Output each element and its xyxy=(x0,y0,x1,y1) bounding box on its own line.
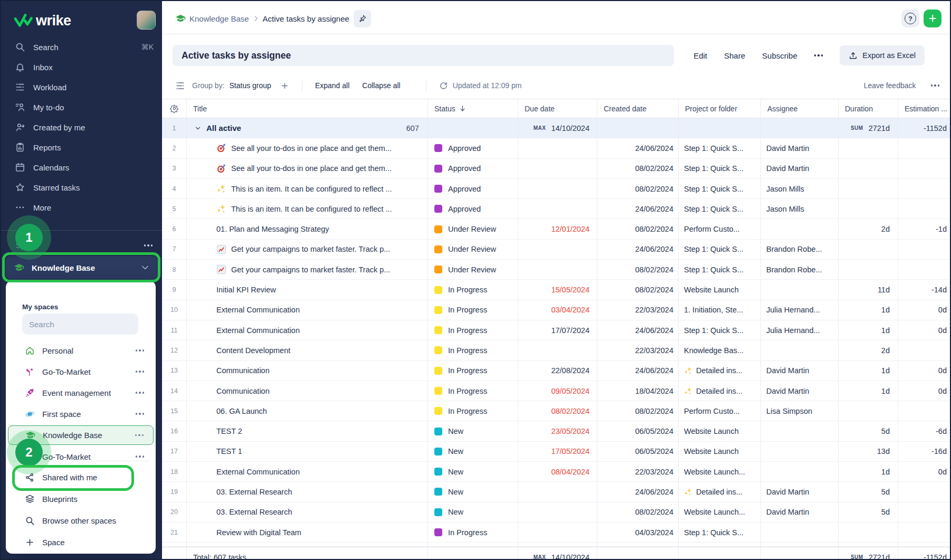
estimation-cell[interactable]: -14d xyxy=(898,280,950,299)
table-row[interactable]: 14CommunicationIn Progress09/05/202418/0… xyxy=(162,381,950,401)
due-date-cell[interactable] xyxy=(518,482,597,501)
help-button[interactable]: ? xyxy=(901,10,919,27)
project-cell[interactable]: Website Launch... xyxy=(679,502,761,522)
created-date-cell[interactable]: 06/05/2024 xyxy=(597,421,679,441)
task-title-cell[interactable]: Get your campaigns to market faster. Tra… xyxy=(187,260,428,279)
due-date-cell[interactable]: 22/08/2024 xyxy=(518,361,597,381)
table-row[interactable]: 9Initial KPI ReviewIn Progress15/05/2024… xyxy=(162,280,950,300)
popup-item-blueprints[interactable]: Blueprints xyxy=(6,488,156,510)
sidebar-item-created-by-me[interactable]: Created by me xyxy=(1,117,162,137)
due-date-cell[interactable]: 09/05/2024 xyxy=(518,381,597,401)
project-cell[interactable]: Step 1: Quick S... xyxy=(679,320,761,340)
task-status-cell[interactable]: New xyxy=(428,442,518,461)
due-date-cell[interactable]: 15/05/2024 xyxy=(518,280,597,299)
due-date-cell[interactable]: 23/05/2024 xyxy=(518,421,597,441)
gear-icon[interactable] xyxy=(170,104,179,113)
assignee-cell[interactable] xyxy=(761,280,839,299)
table-row[interactable]: 13CommunicationIn Progress22/08/202424/0… xyxy=(162,361,950,381)
due-date-cell[interactable]: 17/05/2024 xyxy=(518,442,597,461)
popup-item-space[interactable]: Space xyxy=(6,531,156,553)
project-cell[interactable]: Website Launch... xyxy=(679,462,761,481)
space-item-more-icon[interactable] xyxy=(136,455,145,458)
created-date-cell[interactable]: 22/03/2024 xyxy=(597,462,679,481)
project-cell[interactable]: Step 1: Quick S... xyxy=(679,199,761,219)
created-date-cell[interactable]: 22/03/2024 xyxy=(597,340,679,360)
estimation-cell[interactable] xyxy=(898,401,950,421)
assignee-cell[interactable]: David Martin xyxy=(761,482,839,501)
assignee-cell[interactable]: Brandon Robe... xyxy=(761,260,839,279)
task-title-cell[interactable]: This is an item. It can be configured to… xyxy=(187,199,428,219)
project-cell[interactable]: Step 1: Quick S... xyxy=(679,179,761,198)
task-status-cell[interactable]: Approved xyxy=(428,138,518,158)
assignee-cell[interactable] xyxy=(761,421,839,441)
task-title-cell[interactable]: 03. External Research xyxy=(187,502,428,522)
task-status-cell[interactable]: New xyxy=(428,482,518,501)
column-header-assignee[interactable]: Assignee xyxy=(761,99,839,118)
task-status-cell[interactable]: Under Review xyxy=(428,219,518,239)
duration-cell[interactable]: 1d xyxy=(839,320,898,340)
sidebar-item-starred-tasks[interactable]: Starred tasks xyxy=(1,177,162,197)
due-date-cell[interactable] xyxy=(518,179,597,198)
project-cell[interactable]: Step 1: Quick S... xyxy=(679,523,761,542)
task-title-cell[interactable]: Content Development xyxy=(187,340,428,360)
column-header-status[interactable]: Status xyxy=(428,99,518,118)
table-row[interactable]: 8Get your campaigns to market faster. Tr… xyxy=(162,260,950,280)
assignee-cell[interactable]: Julia Hernand... xyxy=(761,320,839,340)
task-status-cell[interactable]: In Progress xyxy=(428,340,518,360)
group-row-all-active[interactable]: 1 All active 607 MAX 14/10/2024 xyxy=(162,118,950,138)
created-date-cell[interactable]: 08/02/2024 xyxy=(597,219,679,239)
estimation-cell[interactable] xyxy=(898,523,950,542)
estimation-cell[interactable] xyxy=(898,260,950,279)
table-row[interactable]: 4This is an item. It can be configured t… xyxy=(162,179,950,199)
assignee-cell[interactable]: Jason Mills xyxy=(761,179,839,198)
created-date-cell[interactable]: 08/02/2024 xyxy=(597,502,679,522)
column-header-settings[interactable] xyxy=(162,99,187,118)
collapse-all-button[interactable]: Collapse all xyxy=(362,81,400,90)
column-header-duration[interactable]: Duration xyxy=(839,99,898,118)
created-date-cell[interactable]: 24/06/2024 xyxy=(597,320,679,340)
created-date-cell[interactable]: 08/02/2024 xyxy=(597,260,679,279)
task-status-cell[interactable]: New xyxy=(428,421,518,441)
duration-cell[interactable]: 1d xyxy=(839,361,898,381)
leave-feedback-link[interactable]: Leave feedback xyxy=(864,81,916,90)
edit-button[interactable]: Edit xyxy=(693,51,707,60)
refresh-icon[interactable] xyxy=(439,81,448,90)
duration-cell[interactable] xyxy=(839,240,898,259)
create-button[interactable]: + xyxy=(924,10,942,27)
user-avatar[interactable] xyxy=(137,11,156,30)
assignee-cell[interactable]: Julia Hernand... xyxy=(761,300,839,320)
created-date-cell[interactable]: 22/03/2024 xyxy=(597,300,679,320)
assignee-cell[interactable] xyxy=(761,462,839,481)
table-row[interactable]: 7Get your campaigns to market faster. Tr… xyxy=(162,240,950,260)
estimation-cell[interactable] xyxy=(898,240,950,259)
assignee-cell[interactable]: David Martin xyxy=(761,502,839,522)
column-header-estimation[interactable]: Estimation ... xyxy=(898,99,950,118)
duration-cell[interactable]: 5d xyxy=(839,421,898,441)
created-date-cell[interactable]: 18/04/2024 xyxy=(597,381,679,401)
sidebar-item-more[interactable]: More xyxy=(1,197,162,217)
estimation-cell[interactable]: 0d xyxy=(898,320,950,340)
table-row[interactable]: 16TEST 2New23/05/202406/05/2024Website L… xyxy=(162,421,950,441)
sidebar-item-reports[interactable]: Reports xyxy=(1,137,162,157)
group-title-cell[interactable]: All active 607 xyxy=(187,118,428,138)
estimation-cell[interactable]: 0d xyxy=(898,300,950,320)
table-row[interactable]: 601. Plan and Messaging StrategyUnder Re… xyxy=(162,219,950,239)
task-title-cell[interactable]: External Communication xyxy=(187,320,428,340)
created-date-cell[interactable]: 24/06/2024 xyxy=(597,240,679,259)
due-date-cell[interactable]: 08/02/2024 xyxy=(518,401,597,421)
sidebar-item-my-to-do[interactable]: My to-do xyxy=(1,97,162,117)
project-cell[interactable]: 1. Initiation, Ste... xyxy=(679,300,761,320)
estimation-cell[interactable] xyxy=(898,340,950,360)
project-cell[interactable]: Detailed ins... xyxy=(679,482,761,501)
task-title-cell[interactable]: Get your campaigns to market faster. Tra… xyxy=(187,240,428,259)
created-date-cell[interactable]: 24/06/2024 xyxy=(597,138,679,158)
estimation-cell[interactable]: 0d xyxy=(898,462,950,481)
duration-cell[interactable] xyxy=(839,199,898,219)
project-cell[interactable]: Step 1: Quick S... xyxy=(679,240,761,259)
project-cell[interactable]: Perform Custo... xyxy=(679,401,761,421)
table-row[interactable]: 11External CommunicationIn Progress17/07… xyxy=(162,320,950,340)
duration-cell[interactable]: 1d xyxy=(839,381,898,401)
estimation-cell[interactable] xyxy=(898,199,950,219)
table-row[interactable]: 21Review with Digital TeamIn Progress04/… xyxy=(162,523,950,543)
assignee-cell[interactable]: David Martin xyxy=(761,138,839,158)
